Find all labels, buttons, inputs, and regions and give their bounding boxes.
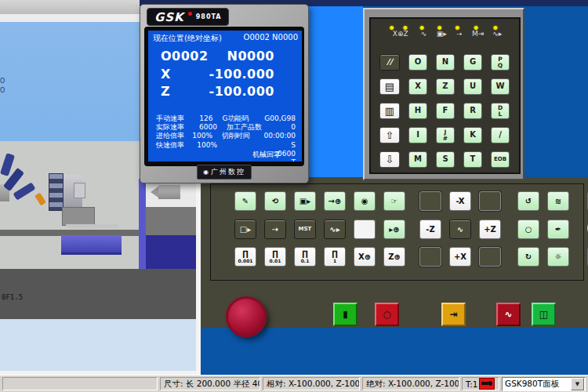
- key-W[interactable]: W: [491, 78, 510, 95]
- jog-plus-x-key[interactable]: +X: [449, 247, 471, 267]
- info-value: 00:00:00: [264, 132, 296, 140]
- spindle-nose: [74, 183, 85, 198]
- mdi-keyboard-panel: ● ● X⊕Z ● ∿ ● ▣▸ ● ⇢: [363, 8, 524, 180]
- z-axis-zero-key[interactable]: Z⊕: [383, 247, 405, 267]
- mst-lock-key[interactable]: MST: [294, 220, 316, 239]
- control-row-modes: ✎ ⟲ ▣▸ →⊕ ◉: [227, 191, 588, 211]
- key-N[interactable]: N: [436, 54, 455, 71]
- button-icon: ◫: [539, 309, 548, 320]
- reset-key[interactable]: //: [379, 54, 400, 71]
- spindle-jog-button[interactable]: ∿: [496, 303, 521, 326]
- button-icon: ⇥: [449, 309, 457, 320]
- rapid-traverse-key[interactable]: ∿: [449, 220, 471, 239]
- key-label: O: [415, 58, 422, 67]
- key-F[interactable]: F: [436, 103, 455, 119]
- info-value: 0: [272, 123, 296, 132]
- key-icon: □▸: [240, 226, 251, 234]
- step-01-key[interactable]: ∏ 0.1: [294, 247, 316, 267]
- coolant-key[interactable]: ≋: [547, 191, 569, 211]
- key-X[interactable]: X: [408, 78, 427, 95]
- key-D-L[interactable]: D L: [491, 103, 510, 119]
- edit-mode-key[interactable]: ✎: [234, 191, 256, 211]
- status-info-row: 进给倍率 100% 切削时间 00:00:00: [156, 132, 296, 140]
- step-0001-key[interactable]: ∏ 0.001: [234, 247, 256, 267]
- machine-zero-mode-key[interactable]: →⊕: [324, 191, 346, 211]
- chevron-down-icon[interactable]: ▼: [571, 378, 584, 390]
- key-H[interactable]: H: [408, 103, 427, 119]
- info-label: 手动速率: [156, 114, 190, 123]
- handwheel-mode-key[interactable]: ◉: [354, 191, 376, 211]
- page-down-key[interactable]: ▥: [379, 103, 400, 119]
- spindle-stop-key[interactable]: ○: [517, 220, 539, 239]
- emergency-stop-button[interactable]: [226, 296, 267, 337]
- cursor-up-key[interactable]: ⇧: [379, 127, 400, 143]
- xz-zero-indicator: ● ● X⊕Z: [390, 25, 411, 38]
- status-info-row: 手动速率 126 G功能码 G00,G98: [156, 114, 296, 123]
- key-icon: ∏: [242, 250, 249, 258]
- blank-key-2[interactable]: [479, 191, 501, 211]
- tailstock-center-tip: [151, 187, 158, 198]
- key-U[interactable]: U: [463, 78, 482, 95]
- power-on-button[interactable]: ▮: [333, 303, 358, 326]
- key-O[interactable]: O: [408, 54, 427, 71]
- status-bar: 尺寸: 长 200.000 半径 40.00 相对: X-100.000, Z-…: [0, 375, 588, 392]
- tool-change-key[interactable]: ☼: [547, 247, 569, 267]
- mdi-mode-key[interactable]: ▣▸: [294, 191, 316, 211]
- block-skip-key[interactable]: ⇢: [264, 220, 286, 239]
- spindle-ccw-key[interactable]: ↺: [517, 191, 539, 211]
- panel-select-dropdown[interactable]: GSK980T面板 ▼: [502, 377, 586, 391]
- page-up-key[interactable]: ▤: [379, 78, 400, 95]
- blank-key-3[interactable]: [354, 220, 376, 239]
- key-label: R: [470, 107, 476, 115]
- cursor-down-key[interactable]: ⇩: [379, 151, 400, 168]
- key-icon: ✒: [555, 226, 561, 234]
- key-slash[interactable]: /: [491, 127, 510, 143]
- tool-status-section: T:1: [462, 377, 499, 390]
- key-M[interactable]: M: [408, 151, 427, 168]
- chuck-clamp-button[interactable]: ◫: [532, 303, 556, 326]
- absolute-position-readout: 绝对: X-100.000, Z-100.000: [362, 377, 459, 390]
- indicator-icon: ∿: [421, 30, 427, 38]
- key-S[interactable]: S: [436, 151, 455, 168]
- step-001-key[interactable]: ∏ 0.01: [264, 247, 286, 267]
- key-icon: ⟲: [272, 198, 278, 205]
- z-axis-label: Z: [161, 84, 170, 99]
- key-T[interactable]: T: [463, 151, 482, 168]
- tool-post: [62, 207, 95, 226]
- key-R[interactable]: R: [463, 103, 482, 119]
- blank-key-4[interactable]: [419, 247, 441, 267]
- blank-key-1[interactable]: [419, 191, 441, 211]
- jog-minus-x-key[interactable]: -X: [449, 191, 471, 211]
- auto-mode-key[interactable]: ⟲: [264, 191, 286, 211]
- spindle-cw-key[interactable]: ↻: [517, 247, 539, 267]
- relative-position-readout: 相对: X-100.000, Z-100.000: [263, 377, 360, 390]
- x-axis-zero-key[interactable]: X⊕: [354, 247, 376, 267]
- key-K[interactable]: K: [463, 127, 482, 143]
- key-icon: ∿▸: [329, 226, 339, 234]
- program-zero-key[interactable]: ▸⊕: [383, 220, 405, 239]
- info-value: 126: [190, 114, 213, 123]
- status-indicator-row: ● ● X⊕Z ● ∿ ● ▣▸ ● ⇢: [390, 25, 502, 38]
- key-label: J #: [443, 129, 448, 142]
- lubrication-key[interactable]: ✒: [547, 220, 569, 239]
- key-I[interactable]: I: [408, 127, 427, 143]
- indicator-icon: M⇥: [472, 30, 484, 38]
- jog-mode-key[interactable]: ☞: [383, 191, 405, 211]
- overtravel-release-button[interactable]: ⇥: [441, 303, 466, 326]
- key-G[interactable]: G: [463, 54, 482, 71]
- dry-run-key[interactable]: ∿▸: [324, 220, 346, 239]
- jog-minus-z-key[interactable]: -Z: [419, 220, 441, 239]
- button-icon: ▮: [343, 309, 348, 320]
- single-block-key[interactable]: □▸: [234, 220, 256, 239]
- step-1-key[interactable]: ∏ 1: [324, 247, 346, 267]
- key-J-sharp[interactable]: J #: [436, 127, 455, 143]
- screen-header: 现在位置(绝对坐标) O0002 N0000: [153, 33, 298, 44]
- jog-plus-z-key[interactable]: +Z: [479, 220, 501, 239]
- key-Z[interactable]: Z: [436, 78, 455, 95]
- power-off-button[interactable]: ○: [375, 303, 399, 326]
- blank-key-5[interactable]: [479, 247, 501, 267]
- x-axis-row: X -100.000: [161, 67, 274, 82]
- key-P-Q[interactable]: P Q: [491, 54, 510, 71]
- key-EOB[interactable]: EOB: [491, 151, 510, 168]
- key-label: EOB: [494, 157, 506, 162]
